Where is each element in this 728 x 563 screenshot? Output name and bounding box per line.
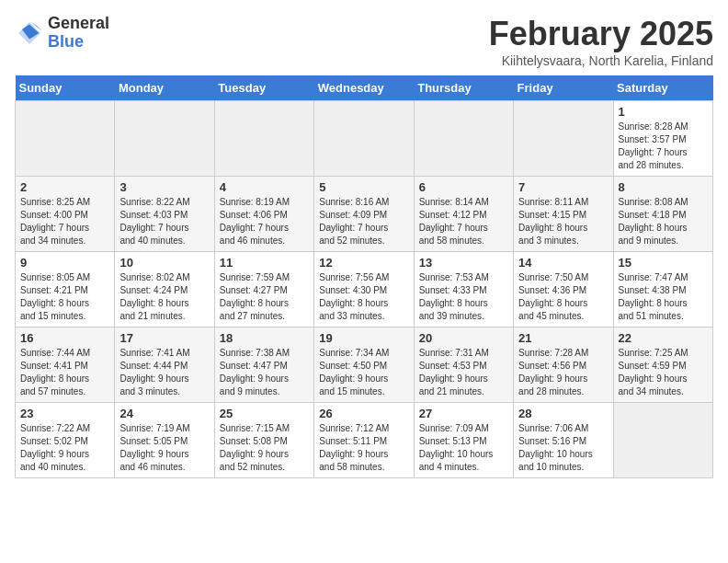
weekday-header-row: SundayMondayTuesdayWednesdayThursdayFrid… xyxy=(16,75,713,101)
page-header: General Blue February 2025 Kiihtelysvaar… xyxy=(15,15,713,68)
calendar-cell: 26Sunrise: 7:12 AM Sunset: 5:11 PM Dayli… xyxy=(314,403,414,478)
day-number: 18 xyxy=(220,331,309,345)
day-number: 9 xyxy=(20,256,109,270)
calendar-cell xyxy=(16,101,115,177)
logo-text: General Blue xyxy=(48,15,109,52)
calendar-table: SundayMondayTuesdayWednesdayThursdayFrid… xyxy=(15,75,713,478)
calendar-cell: 8Sunrise: 8:08 AM Sunset: 4:18 PM Daylig… xyxy=(613,177,712,252)
day-info: Sunrise: 8:08 AM Sunset: 4:18 PM Dayligh… xyxy=(619,196,708,247)
calendar-cell: 12Sunrise: 7:56 AM Sunset: 4:30 PM Dayli… xyxy=(314,252,414,327)
day-number: 27 xyxy=(419,407,508,420)
day-info: Sunrise: 8:22 AM Sunset: 4:03 PM Dayligh… xyxy=(119,196,209,247)
day-number: 24 xyxy=(119,407,209,420)
calendar-cell: 15Sunrise: 7:47 AM Sunset: 4:38 PM Dayli… xyxy=(613,252,712,327)
day-info: Sunrise: 7:31 AM Sunset: 4:53 PM Dayligh… xyxy=(419,347,508,398)
day-number: 25 xyxy=(220,407,309,420)
calendar-cell: 2Sunrise: 8:25 AM Sunset: 4:00 PM Daylig… xyxy=(16,177,115,252)
calendar-cell xyxy=(514,101,613,177)
logo-blue: Blue xyxy=(48,33,109,52)
day-number: 28 xyxy=(518,407,608,420)
day-number: 22 xyxy=(619,331,708,345)
calendar-cell: 6Sunrise: 8:14 AM Sunset: 4:12 PM Daylig… xyxy=(414,177,513,252)
day-number: 15 xyxy=(619,256,708,270)
calendar-week-row: 23Sunrise: 7:22 AM Sunset: 5:02 PM Dayli… xyxy=(16,403,713,478)
day-number: 13 xyxy=(419,256,508,270)
day-info: Sunrise: 7:28 AM Sunset: 4:56 PM Dayligh… xyxy=(518,347,608,398)
day-info: Sunrise: 7:19 AM Sunset: 5:05 PM Dayligh… xyxy=(119,422,209,474)
day-info: Sunrise: 7:53 AM Sunset: 4:33 PM Dayligh… xyxy=(419,271,508,323)
day-info: Sunrise: 7:47 AM Sunset: 4:38 PM Dayligh… xyxy=(619,271,708,323)
day-info: Sunrise: 7:50 AM Sunset: 4:36 PM Dayligh… xyxy=(518,271,608,323)
day-number: 19 xyxy=(319,331,408,345)
calendar-cell: 13Sunrise: 7:53 AM Sunset: 4:33 PM Dayli… xyxy=(414,252,513,327)
weekday-header: Saturday xyxy=(613,75,712,101)
day-number: 6 xyxy=(419,180,508,194)
calendar-cell: 25Sunrise: 7:15 AM Sunset: 5:08 PM Dayli… xyxy=(214,403,313,478)
weekday-header: Monday xyxy=(115,75,214,101)
calendar-cell: 23Sunrise: 7:22 AM Sunset: 5:02 PM Dayli… xyxy=(16,403,115,478)
day-info: Sunrise: 8:11 AM Sunset: 4:15 PM Dayligh… xyxy=(518,196,608,247)
logo-general: General xyxy=(48,15,109,33)
calendar-cell: 3Sunrise: 8:22 AM Sunset: 4:03 PM Daylig… xyxy=(115,177,214,252)
weekday-header: Thursday xyxy=(414,75,513,101)
calendar-cell xyxy=(115,101,214,177)
calendar-cell: 27Sunrise: 7:09 AM Sunset: 5:13 PM Dayli… xyxy=(414,403,513,478)
calendar-cell: 1Sunrise: 8:28 AM Sunset: 3:57 PM Daylig… xyxy=(613,101,712,177)
day-info: Sunrise: 8:16 AM Sunset: 4:09 PM Dayligh… xyxy=(319,196,408,247)
day-info: Sunrise: 7:41 AM Sunset: 4:44 PM Dayligh… xyxy=(119,347,209,398)
day-info: Sunrise: 7:59 AM Sunset: 4:27 PM Dayligh… xyxy=(220,271,309,323)
day-number: 12 xyxy=(319,256,408,270)
calendar-cell: 4Sunrise: 8:19 AM Sunset: 4:06 PM Daylig… xyxy=(214,177,313,252)
day-info: Sunrise: 8:05 AM Sunset: 4:21 PM Dayligh… xyxy=(20,271,109,323)
day-info: Sunrise: 7:12 AM Sunset: 5:11 PM Dayligh… xyxy=(319,422,408,474)
day-info: Sunrise: 7:44 AM Sunset: 4:41 PM Dayligh… xyxy=(20,347,109,398)
calendar-week-row: 2Sunrise: 8:25 AM Sunset: 4:00 PM Daylig… xyxy=(16,177,713,252)
day-number: 1 xyxy=(619,105,708,119)
day-info: Sunrise: 8:28 AM Sunset: 3:57 PM Dayligh… xyxy=(619,121,708,172)
calendar-cell xyxy=(214,101,313,177)
calendar-cell: 18Sunrise: 7:38 AM Sunset: 4:47 PM Dayli… xyxy=(214,327,313,403)
day-number: 11 xyxy=(220,256,309,270)
day-number: 16 xyxy=(20,331,109,345)
calendar-cell: 21Sunrise: 7:28 AM Sunset: 4:56 PM Dayli… xyxy=(514,327,613,403)
calendar-cell: 9Sunrise: 8:05 AM Sunset: 4:21 PM Daylig… xyxy=(16,252,115,327)
calendar-week-row: 9Sunrise: 8:05 AM Sunset: 4:21 PM Daylig… xyxy=(16,252,713,327)
calendar-cell: 7Sunrise: 8:11 AM Sunset: 4:15 PM Daylig… xyxy=(514,177,613,252)
day-number: 17 xyxy=(119,331,209,345)
calendar-week-row: 1Sunrise: 8:28 AM Sunset: 3:57 PM Daylig… xyxy=(16,101,713,177)
day-info: Sunrise: 7:38 AM Sunset: 4:47 PM Dayligh… xyxy=(220,347,309,398)
day-number: 10 xyxy=(119,256,209,270)
calendar-cell xyxy=(613,403,712,478)
day-number: 20 xyxy=(419,331,508,345)
day-number: 2 xyxy=(20,180,109,194)
day-info: Sunrise: 7:22 AM Sunset: 5:02 PM Dayligh… xyxy=(20,422,109,474)
title-area: February 2025 Kiihtelysvaara, North Kare… xyxy=(489,15,713,68)
day-number: 7 xyxy=(518,180,608,194)
day-number: 23 xyxy=(20,407,109,420)
logo-icon xyxy=(15,18,44,48)
day-number: 26 xyxy=(319,407,408,420)
weekday-header: Wednesday xyxy=(314,75,414,101)
day-number: 4 xyxy=(220,180,309,194)
weekday-header: Sunday xyxy=(16,75,115,101)
day-number: 21 xyxy=(518,331,608,345)
day-info: Sunrise: 7:56 AM Sunset: 4:30 PM Dayligh… xyxy=(319,271,408,323)
calendar-cell: 14Sunrise: 7:50 AM Sunset: 4:36 PM Dayli… xyxy=(514,252,613,327)
calendar-cell: 19Sunrise: 7:34 AM Sunset: 4:50 PM Dayli… xyxy=(314,327,414,403)
calendar-cell: 24Sunrise: 7:19 AM Sunset: 5:05 PM Dayli… xyxy=(115,403,214,478)
calendar-week-row: 16Sunrise: 7:44 AM Sunset: 4:41 PM Dayli… xyxy=(16,327,713,403)
day-info: Sunrise: 8:14 AM Sunset: 4:12 PM Dayligh… xyxy=(419,196,508,247)
calendar-cell: 17Sunrise: 7:41 AM Sunset: 4:44 PM Dayli… xyxy=(115,327,214,403)
calendar-cell: 10Sunrise: 8:02 AM Sunset: 4:24 PM Dayli… xyxy=(115,252,214,327)
weekday-header: Friday xyxy=(514,75,613,101)
day-info: Sunrise: 8:19 AM Sunset: 4:06 PM Dayligh… xyxy=(220,196,309,247)
day-info: Sunrise: 7:25 AM Sunset: 4:59 PM Dayligh… xyxy=(619,347,708,398)
day-number: 3 xyxy=(119,180,209,194)
calendar-subtitle: Kiihtelysvaara, North Karelia, Finland xyxy=(489,53,713,68)
calendar-cell: 20Sunrise: 7:31 AM Sunset: 4:53 PM Dayli… xyxy=(414,327,513,403)
weekday-header: Tuesday xyxy=(214,75,313,101)
calendar-cell: 16Sunrise: 7:44 AM Sunset: 4:41 PM Dayli… xyxy=(16,327,115,403)
calendar-cell: 5Sunrise: 8:16 AM Sunset: 4:09 PM Daylig… xyxy=(314,177,414,252)
day-info: Sunrise: 7:15 AM Sunset: 5:08 PM Dayligh… xyxy=(220,422,309,474)
day-info: Sunrise: 7:34 AM Sunset: 4:50 PM Dayligh… xyxy=(319,347,408,398)
